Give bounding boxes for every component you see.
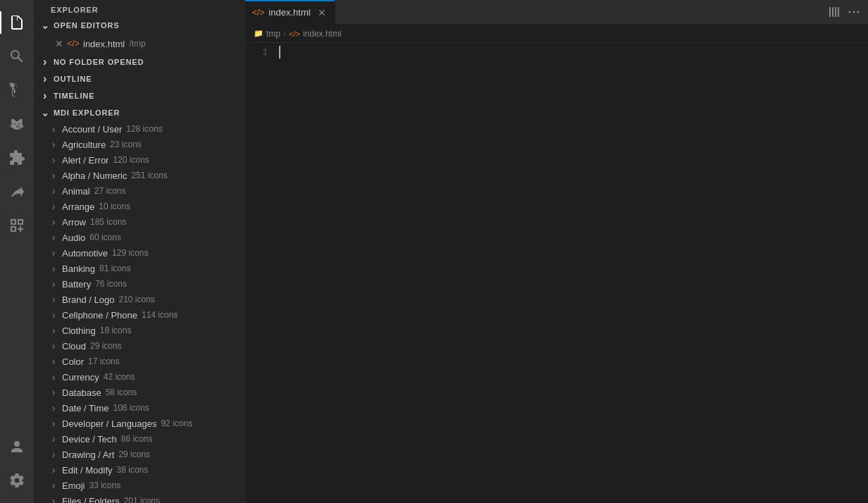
tree-item-count: 114 icons <box>142 310 178 320</box>
activity-bar-search[interactable] <box>0 39 34 73</box>
outline-header[interactable]: OUTLINE <box>34 70 245 87</box>
editor-text-area[interactable] <box>273 43 868 503</box>
breadcrumb-folder-icon: 📁 <box>254 29 264 38</box>
tree-item-chevron: › <box>48 278 59 290</box>
tree-item[interactable]: ›Agriculture23 icons <box>34 137 245 152</box>
tree-item[interactable]: ›Clothing18 icons <box>34 323 245 338</box>
activity-bar <box>0 0 34 503</box>
sidebar: EXPLORER OPEN EDITORS ✕ </> index.html /… <box>34 0 245 503</box>
tab-html-icon: </> <box>252 8 264 18</box>
tree-item[interactable]: ›Automotive129 icons <box>34 245 245 261</box>
tree-item-count: 120 icons <box>113 155 149 165</box>
no-folder-header[interactable]: NO FOLDER OPENED <box>34 54 245 70</box>
tree-item-chevron: › <box>48 247 59 259</box>
tree-item[interactable]: ›Emoji33 icons <box>34 478 245 493</box>
tree-item-count: 33 icons <box>89 480 121 490</box>
tree-item[interactable]: ›Developer / Languages92 icons <box>34 416 245 431</box>
activity-bar-extensions[interactable] <box>0 141 34 175</box>
text-cursor <box>279 46 280 58</box>
tree-item-chevron: › <box>48 309 59 321</box>
tree-item[interactable]: ›Date / Time108 icons <box>34 400 245 416</box>
tree-item-label: Alert / Error <box>62 155 108 166</box>
tree-item-count: 60 icons <box>89 232 121 242</box>
open-editors-header[interactable]: OPEN EDITORS <box>34 17 245 34</box>
tree-item[interactable]: ›Battery76 icons <box>34 276 245 292</box>
mdi-explorer-header[interactable]: MDI EXPLORER <box>34 104 245 121</box>
extensions-icon <box>8 149 25 166</box>
activity-bar-remote[interactable] <box>0 175 34 209</box>
line-numbers: 1 <box>245 43 273 503</box>
tree-item-count: 210 icons <box>118 294 154 304</box>
tree-item-count: 128 icons <box>126 124 162 134</box>
activity-bar-settings[interactable] <box>0 464 34 497</box>
tree-item-count: 81 icons <box>99 263 131 273</box>
tree-item-chevron: › <box>48 371 59 383</box>
outline-label: OUTLINE <box>54 75 92 83</box>
account-icon <box>8 438 25 455</box>
close-editor-icon[interactable]: ✕ <box>54 38 65 49</box>
tree-item[interactable]: ›Banking81 icons <box>34 261 245 276</box>
tree-item-label: Device / Tech <box>62 434 117 445</box>
split-editor-button[interactable] <box>826 4 843 20</box>
activity-bar-explorer[interactable] <box>0 6 34 39</box>
breadcrumb-html-icon: </> <box>289 30 300 38</box>
svg-point-2 <box>857 11 860 13</box>
tree-item[interactable]: ›Arrow185 icons <box>34 214 245 230</box>
open-editors-chevron <box>39 20 51 31</box>
open-editors-label: OPEN EDITORS <box>54 21 119 30</box>
tree-item[interactable]: ›Cloud29 icons <box>34 338 245 354</box>
tree-item-chevron: › <box>48 480 59 491</box>
breadcrumb-file[interactable]: </> index.html <box>289 29 342 39</box>
settings-icon <box>8 472 25 489</box>
breadcrumb-tmp[interactable]: 📁 tmp <box>254 29 280 39</box>
remote-icon <box>8 183 25 200</box>
open-editor-item[interactable]: ✕ </> index.html /tmp <box>34 34 245 54</box>
tree-item-count: 92 icons <box>161 418 192 428</box>
activity-bar-mdi[interactable] <box>0 209 34 242</box>
tree-item-label: Color <box>62 356 84 367</box>
tree-item[interactable]: ›Account / User128 icons <box>34 121 245 137</box>
files-icon <box>8 14 25 31</box>
split-editor-icon <box>829 6 840 18</box>
html-file-icon: </> <box>68 38 79 49</box>
tree-item-chevron: › <box>48 232 59 243</box>
tree-item[interactable]: ›Color17 icons <box>34 354 245 369</box>
tree-item[interactable]: ›Brand / Logo210 icons <box>34 292 245 307</box>
tree-item-chevron: › <box>48 185 59 197</box>
tree-item[interactable]: ›Edit / Modify38 icons <box>34 462 245 478</box>
tree-item[interactable]: ›Currency42 icons <box>34 369 245 385</box>
tree-item-chevron: › <box>48 216 59 228</box>
tree-item[interactable]: ›Files / Folders201 icons <box>34 493 245 503</box>
tree-item[interactable]: ›Audio60 icons <box>34 230 245 245</box>
tree-item[interactable]: ›Alpha / Numeric251 icons <box>34 168 245 183</box>
tree-item-label: Database <box>62 387 101 398</box>
timeline-header[interactable]: TIMELINE <box>34 87 245 104</box>
editor-content: 1 <box>245 43 868 503</box>
tree-item-label: Date / Time <box>62 403 108 414</box>
tree-item-chevron: › <box>48 464 59 476</box>
tree-item[interactable]: ›Alert / Error120 icons <box>34 152 245 168</box>
tree-item[interactable]: ›Animal27 icons <box>34 183 245 199</box>
tab-close-button[interactable]: ✕ <box>316 7 328 18</box>
tree-item[interactable]: ›Arrange10 icons <box>34 199 245 214</box>
activity-bar-source-control[interactable] <box>0 73 34 107</box>
more-actions-button[interactable] <box>845 4 862 20</box>
tree-item-count: 76 icons <box>95 279 127 289</box>
breadcrumb-tmp-label: tmp <box>266 29 280 39</box>
activity-bar-account[interactable] <box>0 430 34 464</box>
tree-item-label: Clothing <box>62 325 96 336</box>
tree-item[interactable]: ›Database58 icons <box>34 385 245 400</box>
tree-item[interactable]: ›Drawing / Art29 icons <box>34 447 245 462</box>
open-editor-path: /tmp <box>129 39 145 49</box>
tree-item-count: 108 icons <box>113 403 149 413</box>
tree-item-label: Automotive <box>62 248 108 259</box>
tree-item-label: Account / User <box>62 124 122 135</box>
activity-bar-run[interactable] <box>0 107 34 141</box>
mdi-tree-list: ›Account / User128 icons›Agriculture23 i… <box>34 121 245 503</box>
tree-item[interactable]: ›Device / Tech86 icons <box>34 431 245 447</box>
tree-item-count: 23 icons <box>110 139 142 149</box>
tree-item-chevron: › <box>48 263 59 274</box>
tab-index-html[interactable]: </> index.html ✕ <box>245 0 335 25</box>
svg-point-0 <box>849 11 851 13</box>
tree-item[interactable]: ›Cellphone / Phone114 icons <box>34 307 245 323</box>
